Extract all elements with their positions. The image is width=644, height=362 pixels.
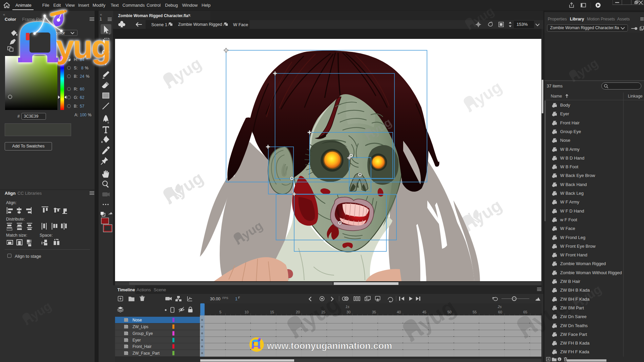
svg-text:FPS: FPS bbox=[222, 296, 228, 300]
svg-text:1: 1 bbox=[235, 297, 237, 301]
svg-text:30.00: 30.00 bbox=[210, 297, 220, 301]
svg-text:F: F bbox=[238, 296, 240, 299]
